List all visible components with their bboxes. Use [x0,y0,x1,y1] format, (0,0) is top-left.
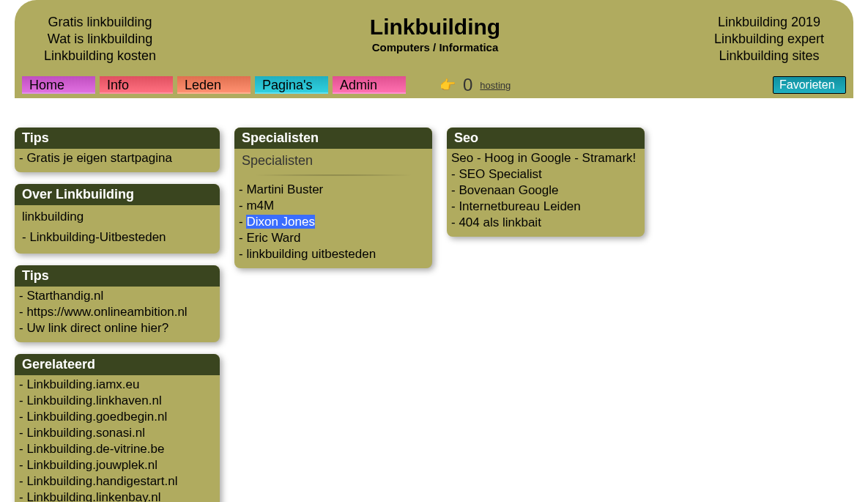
list-item[interactable]: Linkbuilding.linkenbay.nl [19,490,215,502]
nav-info-button[interactable]: Info [100,76,173,94]
page-subtitle: Computers / Informatica [370,41,500,53]
box-list: Seo - Hoog in Google - Stramark! SEO Spe… [447,149,645,232]
list-item[interactable]: Linkbuilding.jouwplek.nl [19,457,215,473]
list-link[interactable]: Dixon Jones [246,215,315,229]
list-item[interactable]: Seo - Hoog in Google - Stramark! [451,150,640,166]
header-left-link[interactable]: Gratis linkbuilding [48,15,152,30]
box-list: Martini Buster m4M Dixon Jones Eric Ward… [234,180,432,264]
box-sublabel: Specialisten [234,149,432,171]
list-link[interactable]: 404 als linkbait [459,215,541,229]
box-tips-2: Tips Starthandig.nl https://www.onlineam… [15,265,220,342]
list-link[interactable]: linkbuilding [22,210,84,224]
nav-leden-button[interactable]: Leden [177,76,251,94]
list-item[interactable]: Starthandig.nl [19,288,215,304]
box-tips-1: Tips Gratis je eigen startpagina [15,128,220,172]
list-link[interactable]: Linkbuilding.linkhaven.nl [26,394,161,407]
box-header: Tips [15,128,220,149]
list-link[interactable]: Internetbureau Leiden [459,199,580,213]
header-content: Gratis linkbuilding Wat is linkbuilding … [15,15,853,75]
header-right-link[interactable]: Linkbuilding sites [719,48,819,64]
box-list: linkbuilding Linkbuilding-Uitbesteden [15,205,220,249]
divider [242,174,425,176]
list-item[interactable]: 404 als linkbait [451,215,640,231]
list-item[interactable]: linkbuilding [19,207,215,227]
list-link[interactable]: Eric Ward [246,231,300,245]
list-item[interactable]: Gratis je eigen startpagina [19,150,215,166]
list-item[interactable]: Linkbuilding.de-vitrine.be [19,441,215,457]
nav-hosting-link[interactable]: hosting [480,80,511,91]
page-title: Linkbuilding [370,15,500,40]
box-header: Over Linkbuilding [15,184,220,205]
list-item[interactable]: Linkbuilding.handigestart.nl [19,473,215,490]
list-link[interactable]: linkbuilding uitbesteden [246,247,376,261]
list-item[interactable]: Linkbuilding.linkhaven.nl [19,393,215,409]
header: Gratis linkbuilding Wat is linkbuilding … [15,0,853,98]
list-item[interactable]: Linkbuilding.sonasi.nl [19,425,215,441]
list-item-selected[interactable]: Dixon Jones [239,214,428,230]
list-link[interactable]: Linkbuilding.iamx.eu [26,377,139,391]
box-list: Gratis je eigen startpagina [15,149,220,168]
list-link[interactable]: Linkbuilding.de-vitrine.be [26,442,164,456]
nav-favorieten-button[interactable]: Favorieten [773,76,846,94]
header-right-link[interactable]: Linkbuilding 2019 [718,15,820,30]
box-header: Tips [15,265,220,287]
box-gerelateerd: Gerelateerd Linkbuilding.iamx.eu Linkbui… [15,354,220,502]
box-seo: Seo Seo - Hoog in Google - Stramark! SEO… [447,128,645,237]
list-link[interactable]: Bovenaan Google [459,183,558,197]
list-item[interactable]: Martini Buster [239,182,428,198]
list-link[interactable]: https://www.onlineambition.nl [26,305,187,319]
nav-pagina-button[interactable]: Pagina's [255,76,328,94]
list-link[interactable]: SEO Specialist [459,167,541,181]
column-3: Seo Seo - Hoog in Google - Stramark! SEO… [447,128,645,502]
column-2: Specialisten Specialisten Martini Buster… [234,128,432,502]
box-over-linkbuilding: Over Linkbuilding linkbuilding Linkbuild… [15,184,220,254]
list-link[interactable]: Linkbuilding.linkenbay.nl [26,490,160,502]
list-link[interactable]: Martini Buster [246,182,323,196]
list-item[interactable]: Linkbuilding-Uitbesteden [19,227,215,248]
nav-row: Home Info Leden Pagina's Admin 👉 0 hosti… [15,75,853,98]
box-header: Specialisten [234,128,432,149]
list-link[interactable]: Uw link direct online hier? [26,321,168,335]
list-item[interactable]: linkbuilding uitbesteden [239,246,428,262]
list-link[interactable]: Gratis je eigen startpagina [26,151,171,165]
list-item[interactable]: m4M [239,198,428,214]
list-link[interactable]: Linkbuilding.handigestart.nl [26,474,177,488]
list-item[interactable]: Internetbureau Leiden [451,199,640,215]
content: Tips Gratis je eigen startpagina Over Li… [0,98,868,502]
header-left-links: Gratis linkbuilding Wat is linkbuilding … [44,15,156,64]
list-link[interactable]: Seo - Hoog in Google - Stramark! [451,151,636,165]
header-left-link[interactable]: Wat is linkbuilding [48,32,152,47]
list-item[interactable]: Uw link direct online hier? [19,320,215,336]
box-list: Starthandig.nl https://www.onlineambitio… [15,287,220,338]
nav-admin-button[interactable]: Admin [333,76,406,94]
list-item[interactable]: Linkbuilding.iamx.eu [19,377,215,393]
list-item[interactable]: https://www.onlineambition.nl [19,304,215,320]
pointer-icon: 👉 [439,77,456,93]
list-item[interactable]: Eric Ward [239,230,428,246]
list-link[interactable]: Starthandig.nl [26,289,103,303]
column-1: Tips Gratis je eigen startpagina Over Li… [15,128,220,502]
list-item[interactable]: Bovenaan Google [451,182,640,199]
header-right-links: Linkbuilding 2019 Linkbuilding expert Li… [714,15,824,64]
header-right-link[interactable]: Linkbuilding expert [714,32,824,47]
list-item[interactable]: Linkbuilding.goedbegin.nl [19,409,215,425]
nav-home-button[interactable]: Home [22,76,95,94]
header-center: Linkbuilding Computers / Informatica [370,15,500,64]
box-header: Seo [447,128,645,149]
header-left-link[interactable]: Linkbuilding kosten [44,48,156,64]
box-list: Linkbuilding.iamx.eu Linkbuilding.linkha… [15,375,220,502]
list-link[interactable]: Linkbuilding.jouwplek.nl [26,458,157,472]
list-item[interactable]: SEO Specialist [451,166,640,182]
list-link[interactable]: Linkbuilding-Uitbesteden [29,230,166,244]
box-header: Gerelateerd [15,354,220,375]
nav-count: 0 [463,75,472,95]
list-link[interactable]: m4M [246,199,274,213]
list-link[interactable]: Linkbuilding.sonasi.nl [26,426,145,440]
list-link[interactable]: Linkbuilding.goedbegin.nl [26,410,167,424]
box-specialisten: Specialisten Specialisten Martini Buster… [234,128,432,268]
